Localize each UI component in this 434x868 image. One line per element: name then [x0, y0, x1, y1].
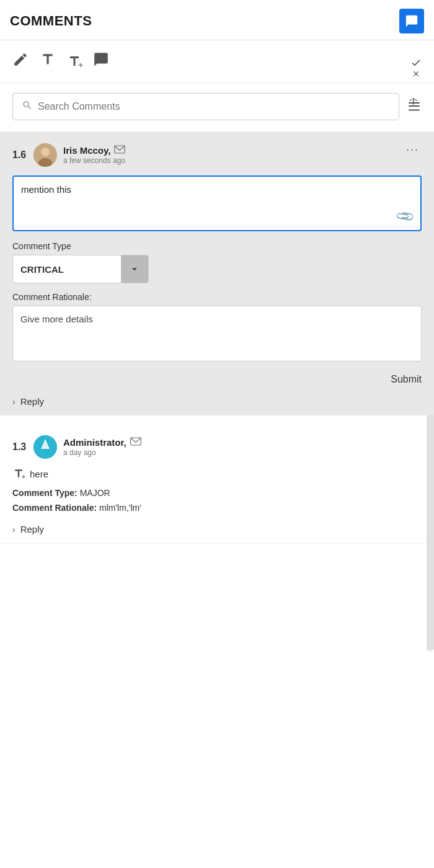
comment-time-1: a few seconds ago: [63, 156, 125, 165]
comment-type-value-1: CRITICAL: [13, 258, 121, 281]
comment-card-1: 1.6 Iris Mccoy,: [0, 132, 434, 415]
paperclip-icon-1[interactable]: 📎: [394, 206, 416, 227]
search-input[interactable]: [38, 101, 390, 112]
reply-chevron-1: ›: [12, 397, 16, 407]
comment-type-label-1: Comment Type: [12, 241, 422, 251]
page-title: COMMENTS: [10, 13, 92, 29]
avatar-1: [33, 143, 57, 167]
avatar-2: [33, 435, 57, 459]
submit-button-1[interactable]: Submit: [391, 370, 422, 389]
comment-type-section-1: Comment Type CRITICAL: [12, 241, 422, 283]
email-icon-2: [130, 437, 141, 448]
comment-text-box-1[interactable]: mention this 📎: [12, 175, 422, 231]
author-name-2: Administrator,: [63, 437, 126, 448]
comment-number-2: 1.3: [12, 441, 27, 453]
comment-card-2: 1.3 Administrator,: [0, 423, 434, 544]
meta-rationale-label-2: Comment Rationale:: [12, 503, 97, 513]
filter-icon[interactable]: [407, 97, 422, 116]
search-bar-row: [0, 83, 434, 132]
rationale-section-1: Comment Rationale: Give more details: [12, 292, 422, 361]
comment-meta-1: 1.6 Iris Mccoy,: [12, 143, 125, 167]
comments-list: 1.6 Iris Mccoy,: [0, 132, 434, 544]
text-add-body-icon: [12, 467, 25, 480]
chat-icon-button[interactable]: [399, 9, 424, 33]
comment-body-text-2: here: [30, 469, 48, 479]
author-name-1: Iris Mccoy,: [63, 145, 110, 156]
comment-time-2: a day ago: [63, 448, 141, 457]
meta-type-value-2: MAJOR: [80, 488, 110, 498]
reply-button-1[interactable]: Reply: [20, 396, 44, 407]
comment-header-1: 1.6 Iris Mccoy,: [12, 143, 422, 167]
search-icon: [22, 100, 33, 113]
rationale-label-1: Comment Rationale:: [12, 292, 422, 302]
submit-row-1: Submit: [12, 370, 422, 389]
comment-author-info-2: Administrator, a day ago: [63, 437, 141, 457]
comment-type-dropdown-1[interactable]: CRITICAL: [12, 255, 149, 283]
rationale-value-1: Give more details: [20, 314, 93, 324]
comment-bubble-icon[interactable]: [93, 51, 109, 71]
reply-row-2: › Reply: [12, 523, 422, 534]
search-bar[interactable]: [12, 93, 399, 120]
text-icon[interactable]: [40, 51, 56, 71]
dropdown-arrow-1[interactable]: [121, 255, 148, 283]
meta-type-line-2: Comment Type: MAJOR: [12, 487, 422, 500]
email-icon-1: [114, 145, 125, 156]
reply-chevron-2: ›: [12, 525, 16, 534]
comment-body-row-2: here: [12, 467, 422, 480]
comment-author-row-2: Administrator,: [63, 437, 141, 448]
text-add-icon[interactable]: [67, 54, 82, 69]
comment-header-2: 1.3 Administrator,: [12, 435, 422, 459]
reply-row-1: › Reply: [12, 395, 422, 407]
rationale-box-1[interactable]: Give more details: [12, 306, 422, 361]
comments-header: COMMENTS: [0, 0, 434, 40]
reply-button-2[interactable]: Reply: [20, 524, 44, 534]
toolbar: [0, 40, 434, 83]
comment-text-1: mention this: [21, 184, 71, 195]
comment-number-1: 1.6: [12, 149, 27, 161]
check-x-icon[interactable]: [410, 57, 422, 78]
meta-type-label-2: Comment Type:: [12, 488, 78, 498]
comment-meta-2: 1.3 Administrator,: [12, 435, 141, 459]
meta-rationale-line-2: Comment Rationale: mlm'lm,'lm': [12, 502, 422, 515]
comment-author-row-1: Iris Mccoy,: [63, 145, 125, 156]
pen-icon[interactable]: [12, 51, 29, 71]
comment-author-info-1: Iris Mccoy, a few seconds ago: [63, 145, 125, 165]
more-button-1[interactable]: ···: [404, 143, 422, 156]
svg-point-1: [41, 148, 50, 156]
meta-rationale-value-2: mlm'lm,'lm': [99, 503, 141, 513]
